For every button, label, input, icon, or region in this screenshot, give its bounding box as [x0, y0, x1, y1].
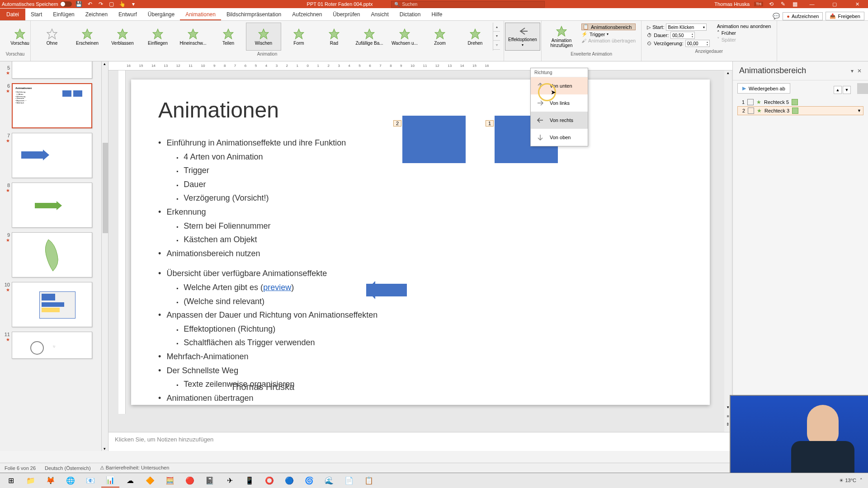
accessibility-check[interactable]: ⚠ Barrierefreiheit: Untersuchen	[100, 465, 170, 471]
thumb-11[interactable]: ♡	[12, 332, 92, 359]
thumb-5[interactable]	[12, 61, 92, 79]
gallery-scroll[interactable]: ▴▾▿	[493, 23, 500, 51]
search-input[interactable]	[402, 2, 542, 7]
anim-zoom[interactable]: Zoom	[422, 23, 458, 51]
move-up-button[interactable]: ▲	[834, 86, 842, 94]
app-icon[interactable]: ▦	[791, 0, 798, 8]
tab-ansicht[interactable]: Ansicht	[365, 9, 394, 20]
anim-hineinschweben[interactable]: Hineinschw...	[175, 23, 211, 51]
outlook-icon[interactable]: 📧	[81, 474, 99, 488]
weather-widget[interactable]: ☀ 13°C	[839, 478, 856, 483]
blue-arrow[interactable]	[366, 284, 407, 296]
preview-link[interactable]: preview	[263, 283, 291, 292]
comments-icon[interactable]: 💬	[773, 13, 780, 19]
user-initials[interactable]: TH	[754, 2, 763, 6]
anim-erscheinen[interactable]: Erscheinen	[70, 23, 105, 51]
thumb-6[interactable]: Animationen• Einführung ▪ 4 Arten• Erken…	[12, 83, 92, 128]
redo-icon[interactable]: ↷	[97, 0, 104, 8]
vlc-icon[interactable]: 🔶	[141, 474, 159, 488]
toggle-switch[interactable]	[60, 1, 72, 7]
word-icon[interactable]: 📄	[340, 474, 358, 488]
anim-badge-1[interactable]: 1	[486, 120, 494, 127]
thumb-9[interactable]	[12, 232, 92, 277]
animation-pane-toggle[interactable]: 📋Animationsbereich	[581, 23, 636, 30]
thumb-scrollbar[interactable]: ▴▾	[102, 61, 109, 451]
app7-icon[interactable]: 📋	[360, 474, 378, 488]
pane-close-icon[interactable]: ✕	[857, 68, 862, 74]
chrome-icon[interactable]: 🌐	[61, 474, 80, 488]
anim-einfliegen[interactable]: Einfliegen	[140, 23, 175, 51]
app4-icon[interactable]: ⭕	[260, 474, 278, 488]
earlier-button[interactable]: ˄Früher	[717, 30, 771, 36]
tab-aufzeichnen[interactable]: Aufzeichnen	[287, 9, 327, 20]
direction-von-links[interactable]: Von links	[531, 94, 588, 112]
editor-scrollbar[interactable]: ▴▾≡⇕	[724, 70, 731, 432]
direction-von-oben[interactable]: Von oben	[531, 129, 588, 146]
trigger-button[interactable]: ⚡Trigger▾	[581, 31, 636, 37]
edge-icon[interactable]: 🌊	[320, 474, 338, 488]
app-icon[interactable]: ☁	[121, 474, 139, 488]
thumb-8[interactable]	[12, 183, 92, 228]
anim-wachsen[interactable]: Wachsen u...	[387, 23, 422, 51]
start-button[interactable]: ⊞	[2, 474, 20, 488]
move-down-button[interactable]: ▼	[843, 86, 851, 94]
anim-verblassen[interactable]: Verblassen	[105, 23, 140, 51]
duration-field[interactable]: ⏱Dauer:00,50▴▾	[647, 32, 709, 39]
thumb-7[interactable]	[12, 133, 92, 178]
tab-zeichnen[interactable]: Zeichnen	[80, 9, 113, 20]
onenote-icon[interactable]: 📓	[201, 474, 219, 488]
slide-counter[interactable]: Folie 6 von 26	[5, 465, 36, 471]
tray-up-icon[interactable]: ˄	[860, 478, 863, 483]
pen-icon[interactable]: ✎	[779, 0, 787, 8]
minimize-button[interactable]: —	[803, 0, 821, 8]
delay-field[interactable]: ⏲Verzögerung:00,00▴▾	[647, 40, 709, 47]
autosave-toggle[interactable]: Automatisches Speichern	[2, 1, 72, 7]
share-button[interactable]: 📤Freigeben	[826, 12, 864, 20]
app2-icon[interactable]: 🔴	[181, 474, 199, 488]
app5-icon[interactable]: 🔵	[280, 474, 298, 488]
maximize-button[interactable]: ▢	[826, 0, 844, 8]
tab-file[interactable]: Datei	[0, 9, 25, 20]
thumb-10[interactable]	[12, 282, 92, 327]
direction-von-unten[interactable]: Von unten	[531, 77, 588, 94]
user-name[interactable]: Thomas Hruska	[714, 1, 750, 7]
play-from-button[interactable]: ▶Wiedergeben ab	[737, 83, 790, 94]
anim-item-2[interactable]: 2 ★ Rechteck 3 ▼	[737, 106, 863, 115]
tab-start[interactable]: Start	[25, 9, 47, 20]
tab-animationen[interactable]: Animationen	[180, 9, 221, 20]
direction-von-rechts[interactable]: Von rechts	[531, 112, 588, 129]
tab-bildschirm[interactable]: Bildschirmpräsentation	[221, 9, 287, 20]
save-icon[interactable]: 💾	[75, 0, 83, 8]
anim-zufaellige[interactable]: Zufällige Ba...	[352, 23, 387, 51]
anim-item-1[interactable]: 1 ★ Rechteck 5	[737, 98, 863, 106]
effect-options-button[interactable]: Effektoptionen ▾	[505, 23, 540, 51]
notes-area[interactable]: Klicken Sie, um Notizen hinzuzufügen	[108, 432, 732, 451]
add-animation-button[interactable]: Animation hinzufügen	[545, 23, 578, 51]
tab-uebergaenge[interactable]: Übergänge	[142, 9, 180, 20]
anim-wischen[interactable]: Wischen	[246, 23, 281, 51]
tab-ueberpruefen[interactable]: Überprüfen	[327, 9, 365, 20]
touch-icon[interactable]: 👆	[119, 0, 126, 8]
app6-icon[interactable]: 🌀	[300, 474, 318, 488]
close-button[interactable]: ✕	[848, 0, 866, 8]
anim-form[interactable]: Form	[281, 23, 316, 51]
record-button[interactable]: ●Aufzeichnen	[783, 12, 823, 20]
blue-rect-1[interactable]	[402, 116, 466, 163]
tab-dictation[interactable]: Dictation	[394, 9, 426, 20]
sync-icon[interactable]: ⟲	[768, 0, 775, 8]
anim-rad[interactable]: Rad	[316, 23, 352, 51]
transfer-button[interactable]: 🖌Animation übertragen	[581, 38, 636, 43]
start-field[interactable]: ▷Start:Beim Klicken▾	[647, 23, 709, 31]
undo-icon[interactable]: ↶	[86, 0, 94, 8]
powerpoint-icon[interactable]: 📊	[101, 474, 119, 488]
slideshow-icon[interactable]: ▢	[108, 0, 115, 8]
slide-canvas[interactable]: Animationen 2 1 Einführung in Animations…	[131, 80, 710, 405]
tab-entwurf[interactable]: Entwurf	[113, 9, 142, 20]
slide-panel[interactable]: 5★ 6★Animationen• Einführung ▪ 4 Arten• …	[0, 61, 102, 451]
anim-ohne[interactable]: Ohne	[34, 23, 70, 51]
explorer-icon[interactable]: 📁	[22, 474, 40, 488]
anim-drehen[interactable]: Drehen	[458, 23, 493, 51]
tab-einfuegen[interactable]: Einfügen	[47, 9, 80, 20]
language-indicator[interactable]: Deutsch (Österreich)	[45, 465, 90, 471]
qat-more-icon[interactable]: ▾	[130, 0, 137, 8]
